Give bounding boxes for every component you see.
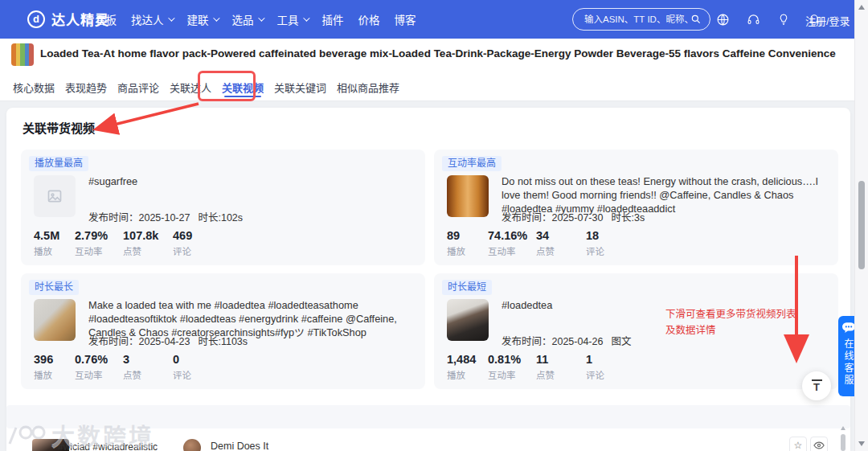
- video-thumbnail[interactable]: [34, 299, 76, 341]
- scrollbar-down-arrow[interactable]: [858, 441, 865, 446]
- video-stats: 396播放 0.76%互动率 3点赞 0评论: [34, 353, 210, 381]
- chevron-down-icon: [213, 14, 219, 21]
- scrollbar-up-arrow[interactable]: [858, 5, 865, 10]
- favorite-star-button[interactable]: ☆: [789, 437, 807, 451]
- menu-item-product-selection[interactable]: 选品: [232, 11, 263, 27]
- video-stats: 1,484播放 0.81%互动率 11点赞 1评论: [447, 353, 623, 381]
- video-title[interactable]: #sugarfree: [88, 174, 411, 188]
- scrollbar-thumb[interactable]: [841, 434, 845, 451]
- section-title: 关联带货视频: [23, 119, 95, 136]
- logo-icon: d: [27, 10, 45, 28]
- tab-similar-products[interactable]: 相似商品推荐: [335, 71, 401, 101]
- badge-longest-duration: 时长最长: [29, 280, 79, 295]
- chevron-down-icon: [303, 14, 309, 21]
- red-highlight-box: [198, 71, 256, 101]
- tab-performance-trend[interactable]: 表现趋势: [63, 71, 108, 101]
- menu-item-find-creators[interactable]: 找达人: [131, 11, 173, 27]
- product-image: [11, 43, 34, 66]
- tab-product-reviews[interactable]: 商品评论: [116, 71, 161, 101]
- menu-item-tools[interactable]: 工具: [277, 11, 308, 27]
- language-globe-icon[interactable]: [712, 9, 733, 30]
- video-thumbnail-placeholder: [34, 175, 76, 217]
- logo-letter: d: [33, 13, 39, 25]
- video-stats: 89播放 74.16%互动率 34点赞 18评论: [447, 229, 623, 257]
- lightbulb-icon[interactable]: [773, 9, 794, 30]
- browser-scrollbar: [854, 0, 868, 451]
- top-navbar: d 达人精灵 看板 找达人 建联 选品 工具 插件 价格 博客 注册/登录: [0, 0, 868, 39]
- global-search: [572, 8, 710, 31]
- row-video-title[interactable]: #wiciad #wiciadrealistic: [58, 441, 158, 451]
- menu-item-outreach[interactable]: 建联: [187, 11, 218, 27]
- badge-shortest-duration: 时长最短: [442, 280, 492, 295]
- video-meta: 发布时间：2025-04-26图文: [502, 333, 631, 348]
- tab-core-data[interactable]: 核心数据: [11, 71, 56, 101]
- back-to-top-button[interactable]: T: [802, 371, 831, 400]
- support-headset-icon[interactable]: [743, 9, 764, 30]
- register-login-link[interactable]: 注册/登录: [805, 13, 850, 28]
- view-eye-button[interactable]: [810, 437, 828, 451]
- detail-tabs-bar: 核心数据 表现趋势 商品评论 关联达人 关联视频 关联关键词 相似商品推荐: [0, 71, 854, 101]
- scroll-up-arrow[interactable]: [841, 426, 845, 430]
- menu-item-kanban[interactable]: 看板: [95, 11, 117, 27]
- tab-related-keywords[interactable]: 关联关键词: [272, 71, 328, 101]
- chevron-down-icon: [168, 14, 174, 21]
- badge-top-plays: 播放量最高: [29, 156, 88, 171]
- chevron-down-icon: [258, 14, 264, 21]
- video-meta: 发布时间：2025-07-30时长:3s: [502, 209, 645, 224]
- product-header: Loaded Tea-At home flavor pack-Powered c…: [0, 39, 854, 71]
- video-thumbnail[interactable]: [447, 175, 489, 217]
- chat-bubble-icon: [842, 322, 855, 334]
- menu-item-blog[interactable]: 博客: [395, 11, 416, 27]
- eye-icon: [813, 441, 825, 450]
- menu-item-plugin[interactable]: 插件: [322, 11, 344, 27]
- menu-item-pricing[interactable]: 价格: [358, 11, 380, 27]
- video-stats: 4.5M播放 2.79%互动率 107.8k点赞 469评论: [34, 229, 210, 257]
- video-thumbnail[interactable]: [447, 299, 489, 341]
- table-scrollbar: [839, 424, 847, 451]
- creator-name[interactable]: Demi Does It: [211, 441, 268, 451]
- annotation-note: 下滑可查看更多带货视频列表及数据详情: [665, 306, 804, 338]
- video-card-longest: 时长最长 Make a loaded tea with me #loadedte…: [21, 273, 425, 389]
- scrollbar-thumb[interactable]: [858, 181, 865, 269]
- creator-avatar[interactable]: [183, 439, 201, 451]
- star-icon: ☆: [794, 440, 803, 451]
- video-meta: 发布时间：2025-04-23时长:1103s: [88, 333, 248, 348]
- search-icon[interactable]: [690, 14, 702, 25]
- videos-table-header: [6, 405, 850, 428]
- product-title: Loaded Tea-At home flavor pack-Powered c…: [40, 47, 836, 59]
- image-placeholder-icon: [47, 188, 63, 204]
- main-menu: 看板 找达人 建联 选品 工具 插件 价格 博客: [95, 0, 416, 39]
- badge-top-engagement: 互动率最高: [442, 156, 502, 171]
- video-card-top-plays: 播放量最高 #sugarfree 发布时间：2025-10-27时长:102s …: [21, 150, 425, 265]
- video-meta: 发布时间：2025-10-27时长:102s: [88, 209, 243, 224]
- online-service-label: 在线客服: [841, 338, 855, 387]
- video-card-top-engagement: 互动率最高 Do not miss out on these teas! Ene…: [434, 150, 838, 265]
- search-input[interactable]: [583, 14, 690, 25]
